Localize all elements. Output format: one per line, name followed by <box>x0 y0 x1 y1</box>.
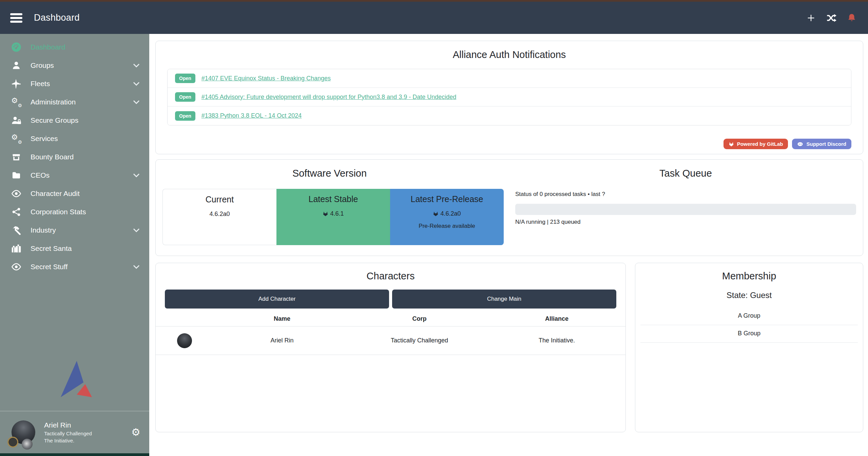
software-version-title: Software Version <box>156 168 503 179</box>
alliance-logo-badge <box>22 439 33 450</box>
sidebar-item-secret-stuff[interactable]: Secret Stuff <box>0 258 149 276</box>
chevron-down-icon <box>132 173 140 178</box>
cogs-icon: ⚙⚙ <box>10 134 22 144</box>
sidebar-item-character-audit[interactable]: Character Audit <box>0 184 149 203</box>
version-boxes: Current 4.6.2a0 Latest Stable 4.6.1 Late… <box>162 189 504 245</box>
latest-prerelease-label: Latest Pre-Release <box>390 194 504 204</box>
notifications-title: Alliance Auth Notifications <box>156 49 863 60</box>
discord-icon <box>797 141 803 147</box>
notifications-list: Open #1407 EVE Equinox Status - Breaking… <box>167 69 851 125</box>
characters-table: Name Corp Alliance Ariel Rin Tactically … <box>156 311 625 355</box>
add-character-icon[interactable] <box>806 13 816 23</box>
sidebar-item-label: Administration <box>31 98 132 106</box>
sidebar-item-secret-santa[interactable]: Secret Santa <box>0 239 149 258</box>
notifications-panel: Alliance Auth Notifications Open #1407 E… <box>155 41 863 154</box>
sidebar-item-label: Secret Stuff <box>31 263 132 271</box>
gitlab-icon <box>433 211 439 217</box>
add-character-button[interactable]: Add Character <box>165 290 389 309</box>
membership-title: Membership <box>635 271 863 282</box>
membership-state: State: Guest <box>635 291 863 300</box>
sidebar-item-label: Fleets <box>31 80 132 88</box>
character-corp: Tactically Challenged <box>351 337 488 344</box>
column-header-name: Name <box>213 315 351 322</box>
character-portrait <box>177 333 192 348</box>
latest-prerelease-box: Latest Pre-Release 4.6.2a0 Pre-Release a… <box>390 189 504 245</box>
prerelease-note: Pre-Release available <box>390 223 504 230</box>
eye-icon <box>10 190 22 198</box>
top-navbar: Dashboard <box>0 2 868 34</box>
sidebar-item-dashboard[interactable]: Dashboard <box>0 38 149 56</box>
notification-link[interactable]: #1405 Advisory: Future development will … <box>201 94 456 101</box>
user-corp: Tactically Challenged <box>44 431 92 436</box>
notification-item: Open #1405 Advisory: Future development … <box>168 88 851 106</box>
current-version-value: 4.6.2a0 <box>163 211 276 218</box>
sidebar-item-label: Dashboard <box>31 43 140 51</box>
sidebar-item-services[interactable]: ⚙⚙ Services <box>0 130 149 148</box>
chevron-down-icon <box>132 265 140 269</box>
character-alliance: The Initiative. <box>488 337 625 344</box>
task-queue-title: Task Queue <box>508 168 863 179</box>
current-version-box: Current 4.6.2a0 <box>162 189 276 245</box>
latest-stable-value: 4.6.1 <box>330 210 344 217</box>
characters-title: Characters <box>156 271 625 282</box>
sidebar-item-administration[interactable]: ⚙⚙ Administration <box>0 93 149 111</box>
latest-stable-label: Latest Stable <box>276 194 390 204</box>
sidebar-item-label: Secret Santa <box>31 244 140 253</box>
cogs-icon: ⚙⚙ <box>10 97 22 107</box>
user-settings-gear-icon[interactable]: ⚙ <box>131 427 140 437</box>
list-item: A Group <box>640 308 858 325</box>
latest-stable-box: Latest Stable 4.6.1 <box>276 189 390 245</box>
chevron-down-icon <box>132 228 140 233</box>
column-header-corp: Corp <box>351 315 488 322</box>
sidebar-item-fleets[interactable]: Fleets <box>0 75 149 93</box>
menu-toggle-icon[interactable] <box>10 13 22 23</box>
user-name: Ariel Rin <box>44 421 92 429</box>
characters-table-header: Name Corp Alliance <box>156 311 625 326</box>
sidebar-item-industry[interactable]: Industry <box>0 221 149 239</box>
sidebar-item-bounty-board[interactable]: Bounty Board <box>0 148 149 166</box>
folder-icon <box>10 171 22 180</box>
chevron-down-icon <box>132 82 140 86</box>
status-badge: Open <box>175 92 195 102</box>
sidebar-item-corporation-stats[interactable]: Corporation Stats <box>0 203 149 221</box>
user-avatar <box>12 420 35 444</box>
latest-prerelease-value: 4.6.2a0 <box>440 210 461 217</box>
notification-link[interactable]: #1407 EVE Equinox Status - Breaking Chan… <box>201 75 331 82</box>
characters-panel: Characters Add Character Change Main Nam… <box>155 263 626 432</box>
sidebar-item-label: Bounty Board <box>31 153 140 161</box>
gifts-icon <box>10 244 22 253</box>
sidebar-item-groups[interactable]: Groups <box>0 56 149 75</box>
user-icon <box>10 61 22 70</box>
sidebar-item-secure-groups[interactable]: Secure Groups <box>0 111 149 130</box>
sidebar-item-label: Services <box>31 135 140 143</box>
current-version-label: Current <box>163 195 276 204</box>
share-nodes-icon <box>10 207 22 216</box>
notification-item: Open #1407 EVE Equinox Status - Breaking… <box>168 69 851 88</box>
change-main-button[interactable]: Change Main <box>392 290 616 309</box>
sidebar-item-label: Corporation Stats <box>31 208 140 216</box>
sidebar: Dashboard Groups Fleets <box>0 34 149 453</box>
task-queue-summary: N/A running | 213 queued <box>515 219 581 225</box>
notification-link[interactable]: #1383 Python 3.8 EOL - 14 Oct 2024 <box>201 112 302 119</box>
change-main-shuffle-icon[interactable] <box>826 13 837 23</box>
notifications-bell-icon[interactable] <box>846 13 857 23</box>
task-queue-progress-bar <box>515 204 856 215</box>
status-badge: Open <box>175 74 195 83</box>
support-discord-badge[interactable]: Support Discord <box>792 139 851 149</box>
table-row: Ariel Rin Tactically Challenged The Init… <box>156 326 625 355</box>
gitlab-icon <box>729 141 734 147</box>
sidebar-item-ceos[interactable]: CEOs <box>0 166 149 184</box>
software-version-panel: Software Version Task Queue Current 4.6.… <box>155 159 863 256</box>
powered-by-gitlab-badge[interactable]: Powered by GitLab <box>724 139 788 149</box>
sidebar-item-label: Character Audit <box>31 190 140 198</box>
sidebar-item-label: Secure Groups <box>31 116 140 124</box>
sidebar-bottom-strip <box>0 453 149 456</box>
column-header-alliance: Alliance <box>488 315 625 322</box>
notification-item: Open #1383 Python 3.8 EOL - 14 Oct 2024 <box>168 106 851 125</box>
gitlab-icon <box>323 211 328 217</box>
task-queue-status: Status of 0 processed tasks • last ? <box>515 191 605 198</box>
user-panel: Ariel Rin Tactically Challenged The Init… <box>0 411 149 453</box>
sidebar-item-label: CEOs <box>31 171 132 179</box>
chevron-down-icon <box>132 100 140 104</box>
page-title: Dashboard <box>34 13 80 23</box>
